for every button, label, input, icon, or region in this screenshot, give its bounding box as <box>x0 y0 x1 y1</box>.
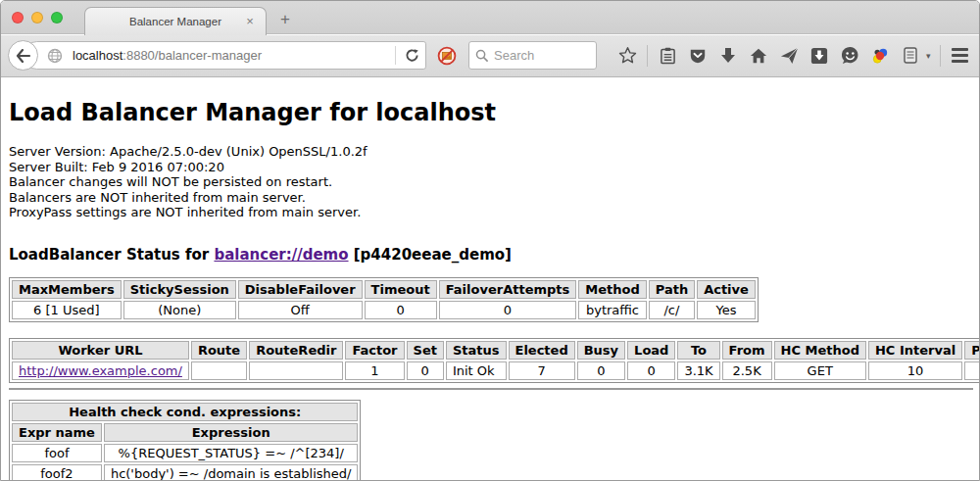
set-cell: 0 <box>407 361 444 380</box>
factor-cell: 1 <box>345 361 404 380</box>
column-header: Method <box>578 280 646 299</box>
server-built-line: Server Built: Feb 9 2016 07:00:20 <box>9 160 973 175</box>
download-helper-button[interactable] <box>808 44 830 68</box>
downloads-button[interactable] <box>717 44 739 68</box>
dropdown-caret-icon[interactable]: ▾ <box>926 51 931 61</box>
column-header: MaxMembers <box>12 280 122 299</box>
column-header: Busy <box>577 341 625 360</box>
home-button[interactable] <box>748 44 769 68</box>
table-header-row: MaxMembers StickySession DisableFailover… <box>12 280 756 299</box>
column-header: StickySession <box>123 280 236 299</box>
expression-cell: hc('body') =~ /domain is established/ <box>104 464 359 481</box>
column-header: Elected <box>509 341 575 360</box>
route-redir-cell <box>249 361 343 380</box>
emoji-addon-button[interactable] <box>839 44 860 68</box>
browser-tab[interactable]: Balancer Manager × <box>84 7 267 35</box>
globe-icon <box>47 48 63 64</box>
column-header: Passes <box>964 341 980 360</box>
image-block-button[interactable] <box>433 43 461 69</box>
page-content: Load Balancer Manager for localhost Serv… <box>1 78 980 481</box>
traffic-lights <box>12 12 63 24</box>
table-header-row: Expr name Expression <box>12 423 358 442</box>
column-header: DisableFailover <box>238 280 363 299</box>
expr-name-cell: foof2 <box>12 464 102 481</box>
elected-cell: 7 <box>509 361 575 380</box>
expr-name-cell: foof <box>12 444 102 462</box>
new-tab-button[interactable]: + <box>275 10 295 29</box>
search-icon <box>475 49 488 62</box>
column-header: Path <box>649 280 695 299</box>
table-row: foof2 hc('body') =~ /domain is establish… <box>12 464 358 481</box>
back-arrow-icon <box>16 49 31 63</box>
toolbar-separator <box>647 45 648 67</box>
reload-icon <box>405 48 419 63</box>
failover-attempts-cell: 0 <box>439 301 577 319</box>
column-header: Timeout <box>365 280 437 299</box>
busy-cell: 0 <box>577 361 625 380</box>
expression-cell: %{REQUEST_STATUS} =~ /^[234]/ <box>104 444 359 462</box>
server-version-line: Server Version: Apache/2.5.0-dev (Unix) … <box>9 144 973 160</box>
close-window-button[interactable] <box>12 12 24 24</box>
image-block-icon <box>437 46 457 66</box>
table-row: 6 [1 Used] (None) Off 0 0 bytraffic /c/ … <box>12 301 756 319</box>
tab-close-icon[interactable]: × <box>243 15 257 28</box>
worker-url-cell: http://www.example.com/ <box>12 361 189 380</box>
balancer-settings-table: MaxMembers StickySession DisableFailover… <box>9 277 759 322</box>
worker-url-link[interactable]: http://www.example.com/ <box>19 363 182 378</box>
active-cell: Yes <box>697 301 756 319</box>
column-header: Factor <box>345 341 404 360</box>
timeout-cell: 0 <box>365 301 437 319</box>
colored-dots-icon <box>870 46 890 66</box>
load-cell: 0 <box>627 361 675 380</box>
archive-box-icon <box>903 46 918 65</box>
titlebar: Balancer Manager × + <box>1 1 980 34</box>
status-cell: Init Ok <box>446 361 507 380</box>
search-input[interactable] <box>494 48 582 63</box>
minimize-window-button[interactable] <box>31 12 43 24</box>
url-host: localhost <box>73 48 122 63</box>
send-tab-button[interactable] <box>778 44 800 68</box>
bookmarks-menu-button[interactable] <box>657 44 678 68</box>
max-members-cell: 6 [1 Used] <box>12 301 122 319</box>
route-cell <box>191 361 247 380</box>
column-header: Load <box>627 341 675 360</box>
health-table-title: Health check cond. expressions: <box>12 403 358 421</box>
health-check-table: Health check cond. expressions: Expr nam… <box>9 400 361 481</box>
table-row: foof %{REQUEST_STATUS} =~ /^[234]/ <box>12 444 358 462</box>
balancer-status-heading: LoadBalancer Status for balancer://demo … <box>9 246 973 264</box>
column-header: Status <box>446 341 507 360</box>
reload-button[interactable] <box>398 42 425 69</box>
worker-row: http://www.example.com/ 1 0 Init Ok 7 0 … <box>12 361 980 380</box>
menu-icon <box>952 48 968 51</box>
column-header: Worker URL <box>12 341 189 360</box>
zoom-window-button[interactable] <box>51 12 63 24</box>
disable-failover-cell: Off <box>238 301 363 319</box>
to-cell: 3.1K <box>677 361 719 380</box>
back-button[interactable] <box>8 40 38 71</box>
table-title-row: Health check cond. expressions: <box>12 403 358 421</box>
passes-cell: 1 (0) <box>964 361 980 380</box>
balancer-demo-link[interactable]: balancer://demo <box>214 246 348 264</box>
column-header: RouteRedir <box>249 341 343 360</box>
pocket-button[interactable] <box>687 44 709 68</box>
session-addon-button[interactable] <box>900 44 921 68</box>
worker-status-table: Worker URL Route RouteRedir Factor Set S… <box>9 338 980 383</box>
menu-button[interactable] <box>950 44 971 68</box>
page-title: Load Balancer Manager for localhost <box>9 99 973 126</box>
column-header: HC Method <box>774 341 866 360</box>
url-bar[interactable]: localhost:8880/balancer-manager <box>23 41 426 70</box>
status-heading-suffix: [p4420eeae_demo] <box>349 246 512 264</box>
path-cell: /c/ <box>649 301 695 319</box>
url-text[interactable]: localhost:8880/balancer-manager <box>73 48 393 63</box>
sticky-session-cell: (None) <box>123 301 236 319</box>
paper-plane-icon <box>780 47 799 65</box>
clipboard-icon <box>660 47 676 65</box>
hc-method-cell: GET <box>774 361 866 380</box>
bookmark-star-button[interactable] <box>616 44 638 68</box>
proxy-addon-button[interactable] <box>869 44 891 68</box>
search-bar[interactable] <box>468 41 597 70</box>
download-arrow-icon <box>720 47 736 65</box>
persist-note-line: Balancer changes will NOT be persisted o… <box>9 174 973 190</box>
tab-title: Balancer Manager <box>129 16 221 27</box>
column-header: HC Interval <box>868 341 962 360</box>
